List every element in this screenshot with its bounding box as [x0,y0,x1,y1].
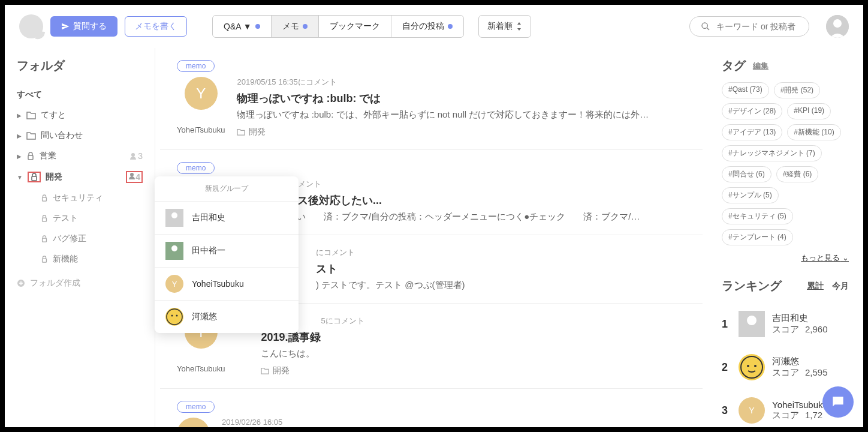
tag-chip[interactable]: #新機能 (10) [787,124,840,140]
member-count[interactable]: 4 [126,171,143,183]
popup-member[interactable]: Y YoheiTsubuku [155,267,299,300]
post-excerpt: ) テストです。テスト @つぶ(管理者) [316,280,686,291]
lock-icon [41,235,48,242]
subfolder-newfeat[interactable]: 新機能 [17,249,143,269]
send-icon [61,22,70,31]
tag-chip[interactable]: #アイデア (13) [722,124,782,140]
svg-rect-10 [43,238,47,242]
tab-label: 自分の投稿 [402,21,444,32]
sidebar-title: フォルダ [17,58,143,74]
avatar [165,209,183,227]
search-icon [701,22,710,31]
avatar: Y [165,275,183,293]
subfolder-test[interactable]: テスト [17,208,143,229]
ask-button-label: 質問する [73,21,107,32]
create-folder[interactable]: フォルダ作成 [17,273,143,293]
post-title: 2019.議事録 [261,330,686,344]
rank-item[interactable]: 2 河瀬悠 スコア2,595 [722,346,849,389]
post-meta: にコメント [316,247,686,258]
subfolder-security[interactable]: セキュリティ [17,188,143,208]
memo-tag: memo [177,162,215,174]
avatar: Y [739,397,765,424]
tab-own-posts[interactable]: 自分の投稿 [391,16,463,37]
tags-heading: タグ編集 [722,58,849,74]
folder-inquiry[interactable]: ▶ 問い合わせ [17,125,143,146]
rank-name: 河瀬悠 [772,356,828,367]
sidebar: フォルダ すべて ▶ てすと ▶ 問い合わせ ▶ 営業 3 ▼ 開発 4 セキュ… [5,48,155,427]
tag-chip[interactable]: #KPI (19) [787,103,831,119]
post-folder: 開発 [249,127,266,137]
header: 質問する メモを書く Q&A ▼ メモ ブックマーク 自分の投稿 新着順 [5,5,863,48]
score-label: スコア [772,324,799,335]
subfolder-bugfix[interactable]: バグ修正 [17,229,143,249]
ask-button[interactable]: 質問する [50,16,117,37]
folder-test[interactable]: ▶ てすと [17,105,143,125]
post-item[interactable]: memo Y 2019/02/26 16:05 ファイルアップロードテスト [160,389,703,427]
memo-tag: memo [177,60,215,72]
post-item[interactable]: memo Y YoheiTsubuku 2019/05/15 16:35にコメン… [160,48,703,150]
tab-qa[interactable]: Q&A ▼ [213,16,272,37]
folder-icon [237,128,245,136]
write-memo-button[interactable]: メモを書く [125,16,187,37]
dot-indicator [448,24,453,29]
tag-chip[interactable]: #問合せ (6) [722,166,771,182]
search-box[interactable] [689,16,809,37]
tag-chip[interactable]: #Qast (73) [722,82,769,98]
tab-group: Q&A ▼ メモ ブックマーク 自分の投稿 [212,15,464,38]
svg-point-3 [833,19,842,28]
author-name: YoheiTsubuku [177,125,225,134]
rank-item[interactable]: 1 吉田和史 スコア2,960 [722,302,849,346]
ranking-tab-month[interactable]: 今月 [832,281,849,292]
svg-point-19 [754,365,757,367]
svg-line-1 [707,28,709,30]
popup-member[interactable]: 吉田和史 [155,201,299,234]
highlight-lock [28,172,41,182]
more-tags-link[interactable]: もっと見る ⌄ [722,253,849,263]
folder-icon [26,131,36,140]
tag-chip[interactable]: #開発 (52) [774,82,820,98]
svg-point-26 [176,315,178,317]
chat-button[interactable] [822,386,854,418]
edit-tags-link[interactable]: 編集 [753,61,768,71]
folder-sales[interactable]: ▶ 営業 3 [17,146,143,166]
tag-chip[interactable]: #デザイン (28) [722,103,782,119]
popup-member[interactable]: 田中裕一 [155,234,299,267]
ranking-tab-total[interactable]: 累計 [807,281,824,292]
caret-icon: ▶ [17,133,22,139]
tag-chip[interactable]: #テンプレート (4) [722,229,793,245]
score-label: スコア [772,410,799,421]
tab-label: Q&A ▼ [224,22,252,31]
folder-all[interactable]: すべて [17,85,143,105]
lock-icon [41,215,48,222]
svg-point-25 [171,315,173,317]
member-name: 吉田和史 [192,212,225,223]
post-folder: 開発 [273,365,290,376]
tag-chip[interactable]: #経費 (6) [776,166,819,182]
author-name: YoheiTsubuku [177,364,225,373]
svg-point-24 [167,309,182,325]
score-value: 1,72 [805,410,822,421]
avatar [165,242,183,260]
tag-chip[interactable]: #ナレッジマネジメント (7) [722,145,822,161]
tab-memo[interactable]: メモ [272,16,319,37]
avatar [739,311,765,337]
memo-tag: memo [177,401,215,413]
member-name: YoheiTsubuku [192,279,244,289]
lock-icon [41,194,48,202]
post-title: 物理っぽいですね :bulb: では [237,91,686,106]
sort-button[interactable]: 新着順 [478,15,531,38]
lock-icon [41,256,48,263]
tag-chip[interactable]: #サンプル (5) [722,187,779,203]
search-input[interactable] [716,22,798,31]
svg-point-16 [747,316,757,325]
folder-dev[interactable]: ▼ 開発 4 [17,166,143,188]
popup-member[interactable]: 河瀬悠 [155,300,299,333]
user-avatar[interactable] [826,15,849,38]
svg-point-5 [131,153,135,157]
tab-bookmark[interactable]: ブックマーク [319,16,391,37]
dot-indicator [255,24,260,29]
tag-chip[interactable]: #セキュリティ (5) [722,208,793,224]
avatar: Y [185,77,218,110]
svg-rect-6 [32,176,37,181]
svg-rect-8 [43,197,47,201]
